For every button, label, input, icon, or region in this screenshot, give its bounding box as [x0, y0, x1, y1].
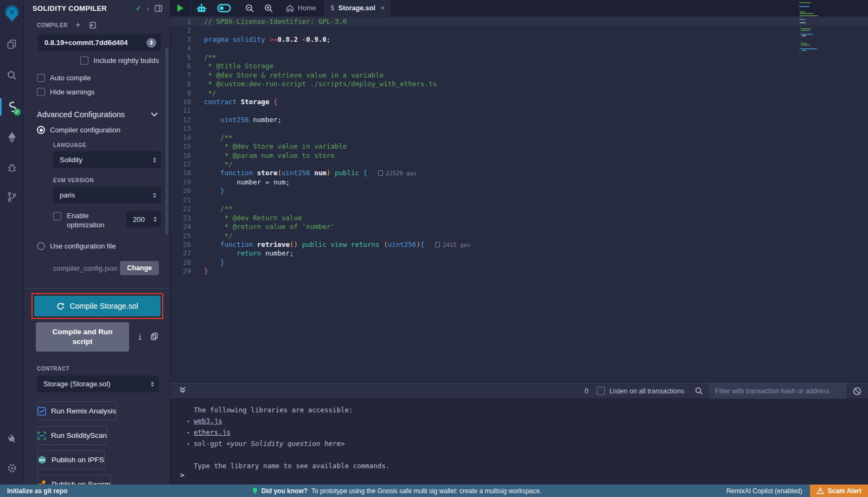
use-config-file-radio[interactable] — [37, 242, 45, 250]
remix-logo-icon[interactable] — [0, 3, 24, 24]
git-icon[interactable] — [0, 186, 24, 208]
nightly-builds-checkbox[interactable] — [80, 56, 88, 65]
tab-home[interactable]: Home — [278, 0, 323, 16]
ipfs-icon: IPFS — [37, 455, 47, 464]
terminal-output: The following libraries are accessible: … — [170, 398, 868, 471]
terminal-outro: Type the library name to see available c… — [187, 461, 868, 471]
zoom-in-button[interactable] — [259, 0, 278, 16]
config-file-name: compiler_config.json — [53, 264, 120, 272]
solidity-compiler-icon[interactable]: ✓ — [0, 96, 24, 118]
close-tab-icon[interactable]: × — [381, 4, 385, 12]
evm-version-label: EVM VERSION — [53, 177, 170, 183]
analysis-chart-icon — [37, 407, 46, 416]
home-icon — [286, 4, 294, 12]
git-init-status[interactable]: Initialize as git repo — [7, 487, 67, 495]
section-divider — [24, 288, 170, 289]
auto-compile-checkbox[interactable] — [37, 74, 45, 82]
copy-icon[interactable] — [151, 333, 158, 342]
status-bar: Initialize as git repo Did you know? To … — [0, 485, 868, 497]
terminal-prompt[interactable]: > — [180, 471, 184, 479]
zoom-out-icon — [245, 4, 254, 13]
version-select-arrows-icon — [146, 38, 156, 48]
run-solidityscan-button[interactable]: Run SolidityScan — [37, 426, 107, 445]
transaction-filter-input[interactable] — [710, 384, 846, 399]
terminal-search-icon[interactable] — [695, 387, 703, 395]
panel-scrollbar[interactable] — [165, 48, 168, 235]
language-label: LANGUAGE — [53, 142, 170, 148]
toggle-on-icon — [217, 4, 231, 12]
hide-warnings-checkbox[interactable] — [37, 88, 45, 96]
compile-and-run-script-button[interactable]: Compile and Run script — [36, 322, 129, 352]
contract-select[interactable]: Storage (Storage.sol) — [37, 375, 159, 392]
publish-swarm-button[interactable]: Publish on Swarm — [37, 475, 111, 485]
hide-warnings-label: Hide warnings — [50, 88, 94, 96]
double-chevron-down-icon — [179, 386, 186, 394]
file-explorer-icon[interactable] — [0, 33, 24, 55]
terminal: 0 Listen on all transactions The followi… — [170, 383, 868, 485]
chevron-right-icon[interactable]: › — [147, 4, 149, 12]
auto-compile-label: Auto compile — [50, 74, 91, 82]
compiled-check-badge: ✓ — [14, 109, 21, 116]
search-icon[interactable] — [0, 65, 24, 86]
solidity-file-icon: S — [330, 4, 334, 12]
run-remix-analysis-button[interactable]: Run Remix Analysis — [37, 402, 117, 420]
spinner-arrows-icon — [154, 216, 157, 222]
zoom-out-button[interactable] — [240, 0, 259, 16]
select-arrows-icon — [153, 193, 156, 198]
copilot-status[interactable]: RemixAI Copilot (enabled) — [726, 487, 802, 495]
solidity-compiler-panel: SOLIDITY COMPILER ✓ › COMPILER + 0.8.19+… — [24, 0, 170, 485]
publish-ipfs-button[interactable]: IPFS Publish on IPFS — [37, 450, 105, 469]
collapse-terminal-button[interactable] — [179, 386, 186, 396]
clear-console-icon[interactable] — [853, 387, 861, 396]
pin-panel-icon[interactable] — [155, 5, 162, 12]
evm-version-select[interactable]: paris — [53, 187, 161, 203]
tab-storage-sol[interactable]: S Storage.sol × — [323, 0, 391, 16]
terminal-intro: The following libraries are accessible: — [187, 405, 868, 416]
panel-title: SOLIDITY COMPILER — [33, 4, 130, 12]
ethers-link[interactable]: ethers.js — [194, 427, 231, 438]
terminal-bar: 0 Listen on all transactions — [170, 383, 868, 398]
settings-gear-icon[interactable] — [0, 457, 24, 479]
select-arrows-icon — [153, 157, 156, 163]
transaction-count: 0 — [584, 387, 588, 395]
scam-alert-button[interactable]: Scam Alert — [810, 485, 868, 497]
language-select[interactable]: Solidity — [53, 151, 161, 168]
optimization-runs-input[interactable]: 200 — [126, 211, 161, 227]
listen-transactions-checkbox[interactable] — [597, 387, 605, 395]
add-compiler-icon[interactable]: + — [75, 20, 81, 30]
nightly-builds-label: Include nightly builds — [93, 56, 159, 65]
change-config-button[interactable]: Change — [120, 261, 159, 275]
compile-button[interactable]: Compile Storage.sol — [34, 296, 161, 316]
deploy-run-icon[interactable] — [0, 126, 24, 148]
zoom-in-icon — [264, 4, 273, 13]
compile-highlight-box: Compile Storage.sol — [31, 293, 163, 319]
solidityscan-icon — [37, 431, 46, 440]
plugin-manager-icon[interactable] — [0, 428, 24, 450]
enable-optimization-checkbox[interactable] — [53, 212, 61, 220]
select-arrows-icon — [151, 381, 154, 387]
did-you-know-tip: Did you know? To prototype using the Gno… — [67, 487, 726, 495]
enable-optimization-label: Enable optimization — [67, 211, 117, 230]
import-compiler-icon[interactable] — [88, 21, 97, 29]
compiler-config-radio[interactable] — [37, 126, 45, 134]
compiler-section-label: COMPILER — [37, 22, 68, 28]
code-lines[interactable]: 1// SPDX-License-Identifier: GPL-3.023pr… — [170, 16, 868, 383]
run-script-play-button[interactable] — [170, 0, 190, 16]
copilot-toggle[interactable] — [212, 0, 236, 16]
remix-ide: ✓ SOLIDITY COMPILER ✓ › COMPILER — [0, 0, 868, 497]
minimap[interactable] — [799, 2, 837, 73]
robot-icon — [196, 3, 207, 13]
use-config-file-label: Use configuration file — [50, 242, 116, 250]
listen-transactions-label: Listen on all transactions — [609, 387, 684, 395]
editor-toolbar: Home S Storage.sol × — [170, 0, 868, 16]
info-icon[interactable]: i — [138, 333, 142, 341]
advanced-configurations-header[interactable]: Advanced Configurations — [37, 110, 158, 119]
compiler-config-label: Compiler configuration — [50, 126, 120, 134]
web3-link[interactable]: web3.js — [194, 416, 222, 426]
compile-status-check-icon: ✓ — [136, 4, 142, 12]
lightbulb-icon — [252, 487, 258, 495]
compiler-version-select[interactable]: 0.8.19+commit.7dd6d404 — [38, 34, 161, 51]
refresh-icon — [56, 302, 65, 310]
ai-copilot-button[interactable] — [191, 0, 212, 16]
debugger-icon[interactable] — [0, 157, 24, 179]
